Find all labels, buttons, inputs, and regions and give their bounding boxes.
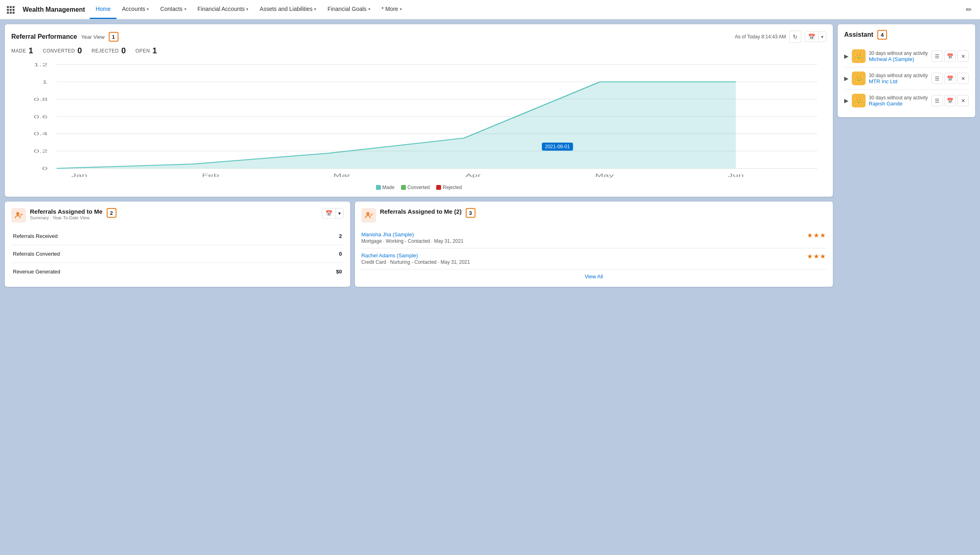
legend-converted-label: Converted: [408, 185, 430, 190]
stat-converted-label: CONVERTED: [43, 48, 75, 54]
assistant-card: Assistant 4 ▶ 👑 30 days without any acti…: [838, 24, 975, 117]
view-all-section: View All: [361, 269, 826, 280]
list-item: Rachel Adams (Sample) Credit Card · Nurt…: [361, 248, 826, 269]
svg-text:0.4: 0.4: [34, 131, 48, 137]
ref-item-1-content: Manisha Jha (Sample) Mortgage · Working …: [361, 231, 464, 244]
assist-text-0: 30 days without any activity: [869, 50, 928, 56]
row-label: Revenue Generated: [11, 263, 293, 281]
main-content: Referral Performance Year View 1 As of T…: [0, 19, 980, 555]
svg-point-30: [16, 212, 19, 215]
nav-item-financial-accounts[interactable]: Financial Accounts ▾: [192, 0, 254, 19]
svg-rect-2: [13, 6, 15, 8]
assist-crown-icon-0: 👑: [852, 49, 866, 63]
nav-item-home[interactable]: Home: [90, 0, 116, 19]
assist-actions-1: ☰ 📅 ✕: [931, 73, 969, 84]
calendar-button-2[interactable]: 📅: [944, 95, 956, 106]
right-column: Assistant 4 ▶ 👑 30 days without any acti…: [838, 24, 975, 550]
task-button-2[interactable]: ☰: [931, 95, 943, 106]
nav-item-more[interactable]: * More ▾: [376, 0, 408, 19]
nav-item-assets-liabilities[interactable]: Assets and Liabilities ▾: [254, 0, 322, 19]
referral-chart: 1.2 1 0.8 0.6 0.4 0.2 0 Jan Feb Mar Apr: [11, 60, 826, 181]
svg-text:0.2: 0.2: [34, 149, 47, 154]
view-all-link[interactable]: View All: [585, 273, 603, 280]
calendar-button-0[interactable]: 📅: [944, 50, 956, 62]
close-button-0[interactable]: ✕: [957, 50, 969, 62]
task-button-0[interactable]: ☰: [931, 50, 943, 62]
close-button-1[interactable]: ✕: [957, 73, 969, 84]
row-value: $0: [293, 263, 344, 281]
expand-icon-1[interactable]: ▶: [844, 75, 849, 82]
edit-icon[interactable]: ✏: [961, 5, 977, 14]
chevron-down-icon: ▾: [368, 7, 370, 11]
stat-open: OPEN 1: [135, 46, 157, 55]
badge-3: 3: [466, 208, 475, 218]
table-row: Revenue Generated $0: [11, 263, 344, 281]
refresh-button[interactable]: ↻: [789, 31, 801, 43]
ref-row-1: Manisha Jha (Sample) Mortgage · Working …: [361, 231, 826, 244]
svg-marker-23: [57, 82, 736, 168]
svg-text:Jun: Jun: [728, 173, 744, 178]
assign-stats-title: Referrals Assigned to Me: [30, 208, 103, 215]
badge-1: 1: [109, 32, 118, 42]
calendar-button[interactable]: 📅 ▾: [805, 32, 826, 42]
stat-open-label: OPEN: [135, 48, 150, 54]
assign-list-titles: Referrals Assigned to Me (2): [380, 208, 462, 215]
legend-converted-dot: [401, 185, 406, 190]
row-value: 0: [293, 245, 344, 263]
nav-item-contacts[interactable]: Contacts ▾: [154, 0, 192, 19]
assist-content-2: 30 days without any activity Rajesh Gand…: [869, 95, 928, 107]
ref-row-2: Rachel Adams (Sample) Credit Card · Nurt…: [361, 252, 826, 265]
referrals-assigned-stats-card: Referrals Assigned to Me Summary · Year-…: [5, 202, 350, 287]
nav-items: Home Accounts ▾ Contacts ▾ Financial Acc…: [90, 0, 961, 19]
nav-item-financial-goals[interactable]: Financial Goals ▾: [322, 0, 376, 19]
assign-stats-title-group: Referrals Assigned to Me Summary · Year-…: [11, 208, 116, 223]
assist-name-1[interactable]: MTR Inc Ltd: [869, 78, 898, 84]
svg-rect-0: [7, 6, 9, 8]
app-name: Wealth Management: [18, 6, 90, 13]
assist-crown-icon-2: 👑: [852, 94, 866, 107]
expand-icon-0[interactable]: ▶: [844, 53, 849, 59]
ref-name-1[interactable]: Manisha Jha (Sample): [361, 231, 414, 238]
assign-stats-titles: Referrals Assigned to Me Summary · Year-…: [30, 208, 103, 220]
legend-made: Made: [376, 185, 395, 190]
row-value: 2: [293, 227, 344, 245]
assist-crown-icon-1: 👑: [852, 71, 866, 85]
ref-stars-2: ★★★: [807, 252, 826, 260]
assist-actions-2: ☰ 📅 ✕: [931, 95, 969, 106]
close-button-2[interactable]: ✕: [957, 95, 969, 106]
legend-made-label: Made: [382, 185, 395, 190]
row-label: Referrals Converted: [11, 245, 293, 263]
ref-name-2[interactable]: Rachel Adams (Sample): [361, 252, 418, 259]
perf-title: Referral Performance: [11, 33, 77, 40]
list-item: Manisha Jha (Sample) Mortgage · Working …: [361, 227, 826, 248]
calendar-button-1[interactable]: 📅: [944, 73, 956, 84]
ref-stars-1: ★★★: [807, 231, 826, 239]
stat-rejected: REJECTED 0: [92, 46, 126, 55]
expand-icon-2[interactable]: ▶: [844, 97, 849, 104]
svg-text:Mar: Mar: [333, 173, 351, 178]
stat-open-value: 1: [152, 46, 157, 55]
svg-text:Apr: Apr: [465, 173, 481, 178]
task-button-1[interactable]: ☰: [931, 73, 943, 84]
stat-rejected-label: REJECTED: [92, 48, 119, 54]
grid-icon[interactable]: [3, 2, 18, 17]
assist-name-0[interactable]: Micheal A (Sample): [869, 56, 914, 62]
svg-text:1: 1: [42, 79, 48, 84]
nav-item-accounts[interactable]: Accounts ▾: [116, 0, 155, 19]
year-view-label: Year View: [81, 34, 105, 40]
nav-bar: Wealth Management Home Accounts ▾ Contac…: [0, 0, 980, 19]
svg-text:Feb: Feb: [202, 173, 219, 178]
svg-text:Jan: Jan: [71, 173, 87, 178]
svg-text:0.8: 0.8: [34, 97, 47, 102]
chevron-down-icon: ▾: [400, 7, 402, 11]
stats-calendar-button[interactable]: 📅 ▾: [322, 208, 344, 219]
calendar-icon: 📅: [322, 208, 336, 218]
assistant-item-1: ▶ 👑 30 days without any activity MTR Inc…: [844, 67, 969, 90]
chevron-down-icon: ▾: [246, 7, 248, 11]
assist-name-2[interactable]: Rajesh Gande: [869, 101, 902, 107]
table-row: Referrals Received 2: [11, 227, 344, 245]
referral-performance-card: Referral Performance Year View 1 As of T…: [5, 24, 833, 197]
stat-made-value: 1: [29, 46, 33, 55]
assist-content-1: 30 days without any activity MTR Inc Ltd: [869, 73, 928, 84]
stat-converted: CONVERTED 0: [43, 46, 82, 55]
